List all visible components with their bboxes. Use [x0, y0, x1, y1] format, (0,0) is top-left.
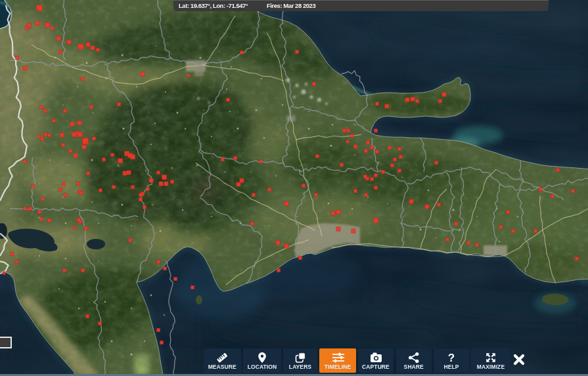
svg-text:?: ? — [448, 352, 455, 364]
